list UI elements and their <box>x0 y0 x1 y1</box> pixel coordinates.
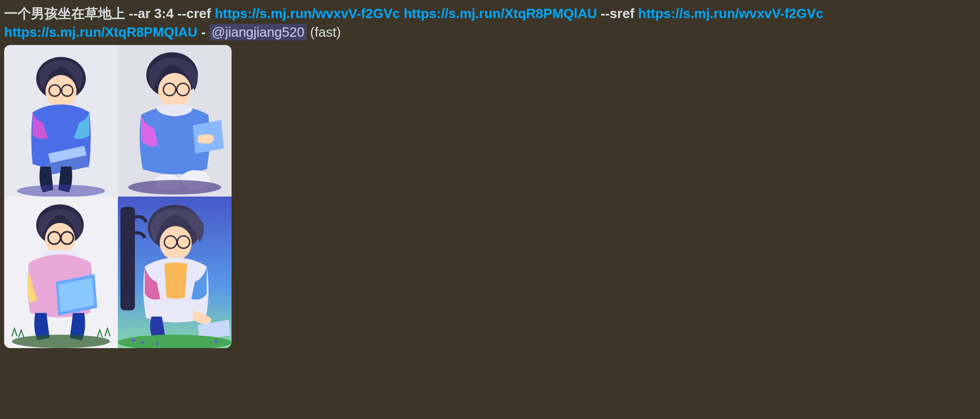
grid-image-3[interactable] <box>4 197 118 348</box>
grid-image-4[interactable] <box>118 197 232 348</box>
svg-point-29 <box>141 341 144 344</box>
grid-image-1[interactable] <box>4 45 118 197</box>
grid-image-2[interactable] <box>118 45 232 197</box>
image-grid[interactable] <box>4 45 232 348</box>
svg-point-20 <box>12 335 110 348</box>
user-mention[interactable]: @jiangjiang520 <box>209 24 307 40</box>
svg-point-28 <box>132 339 135 342</box>
sref-link-1[interactable]: https://s.mj.run/wvxvV-f2GVc <box>638 6 823 21</box>
sref-param: --sref <box>597 6 638 21</box>
separator: - <box>197 24 209 40</box>
prompt-text: 一个男孩坐在草地上 --ar 3:4 --cref <box>4 6 215 21</box>
message-content: 一个男孩坐在草地上 --ar 3:4 --cref https://s.mj.r… <box>4 4 976 42</box>
generation-mode: (fast) <box>307 24 341 40</box>
svg-point-31 <box>215 340 218 343</box>
svg-point-14 <box>128 180 221 194</box>
cref-link-1[interactable]: https://s.mj.run/wvxvV-f2GVc <box>215 6 400 21</box>
svg-point-30 <box>155 342 158 346</box>
cref-link-2[interactable]: https://s.mj.run/XtqR8PMQlAU <box>404 6 597 21</box>
svg-point-6 <box>17 185 105 197</box>
sref-link-2[interactable]: https://s.mj.run/XtqR8PMQlAU <box>4 24 197 40</box>
svg-rect-22 <box>120 207 135 310</box>
